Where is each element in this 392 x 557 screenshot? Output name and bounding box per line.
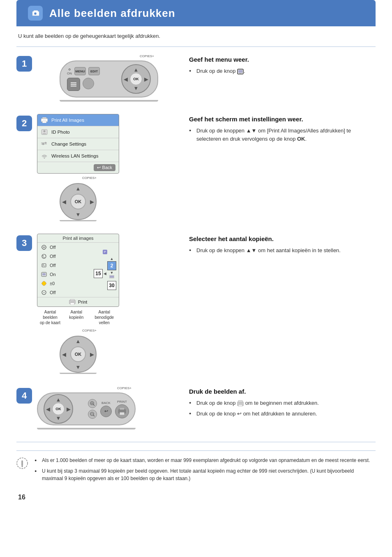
svg-line-44 bbox=[93, 404, 95, 406]
num-left: 15 bbox=[94, 269, 103, 278]
step-4-left: 4 COPIES+ ▲ ▼ ◀ ▶ OK bbox=[16, 386, 181, 429]
circle-btn[interactable] bbox=[83, 78, 94, 89]
ok-right-2[interactable]: ▶ bbox=[90, 199, 94, 205]
setting-icon-4 bbox=[41, 271, 47, 278]
print-screen-content: Off Off bbox=[37, 243, 119, 297]
step1-left-buttons: ⭘ ON MENU EDIT bbox=[67, 67, 100, 91]
num-separator: ◀ bbox=[104, 272, 106, 276]
ok-button[interactable]: OK bbox=[130, 73, 142, 85]
ok-left-4[interactable]: ◀ bbox=[46, 406, 50, 412]
ok-up-4[interactable]: ▲ bbox=[56, 397, 61, 403]
wireless-icon bbox=[41, 152, 48, 160]
menu-label-btn[interactable]: MENU bbox=[74, 67, 86, 75]
ok-up-3[interactable]: ▲ bbox=[76, 338, 81, 344]
ok-btn-4[interactable]: OK bbox=[52, 403, 65, 415]
menu-item-back[interactable]: ↩ Back bbox=[37, 162, 119, 173]
ok-down-arrow[interactable]: ▼ bbox=[134, 85, 139, 91]
svg-point-12 bbox=[44, 130, 46, 132]
num-right: 2 bbox=[107, 261, 116, 270]
ok-right-arrow[interactable]: ▶ bbox=[144, 76, 148, 82]
ok-btn-3[interactable]: OK bbox=[70, 346, 86, 362]
setting-icon-2 bbox=[41, 253, 47, 260]
step-4-instruction-1: Druk op de knop om te beginnen met afdru… bbox=[189, 399, 376, 407]
copies-plus-label-3: COPIES+ bbox=[60, 329, 97, 332]
ok-left-3[interactable]: ◀ bbox=[62, 351, 66, 357]
svg-rect-6 bbox=[238, 70, 242, 73]
back-btn-step4[interactable]: ↩ bbox=[100, 406, 112, 417]
menu-item-wireless[interactable]: Wireless LAN Settings bbox=[37, 150, 119, 162]
svg-point-30 bbox=[42, 281, 46, 285]
step-2-instructions: Druk op de knoppen ▲▼ om [Print All Imag… bbox=[189, 127, 376, 143]
ok-left-2[interactable]: ◀ bbox=[62, 199, 66, 205]
ok-right-4[interactable]: ▶ bbox=[67, 406, 71, 412]
ok-down-4[interactable]: ▼ bbox=[56, 415, 61, 421]
menu-icon-btn[interactable] bbox=[67, 78, 80, 91]
zoom-out-btn[interactable] bbox=[88, 410, 97, 419]
setting-row-2: Off bbox=[37, 252, 91, 261]
svg-rect-2 bbox=[71, 82, 76, 84]
zoom-in-btn[interactable] bbox=[88, 399, 97, 408]
step-4-number: 4 bbox=[16, 388, 32, 404]
step3-ok-controller: ▲ ▼ ◀ ▶ OK bbox=[60, 336, 97, 373]
print-screen-title: Print all images bbox=[37, 234, 119, 243]
step-4-heading: Druk de beelden af. bbox=[189, 388, 376, 395]
setting-row-6: Off bbox=[37, 288, 91, 297]
edit-label-btn[interactable]: EDIT bbox=[88, 67, 100, 75]
num-left-col: 15 bbox=[94, 269, 103, 278]
step1-controller-body: ⭘ ON MENU EDIT bbox=[60, 60, 158, 97]
setting-row-3: Off bbox=[37, 261, 91, 270]
page-container: Alle beelden afdrukken U kunt alle beeld… bbox=[0, 0, 392, 509]
print-all-screen: Print all images bbox=[37, 234, 119, 307]
setting-icon-1 bbox=[41, 244, 47, 251]
note-2: U kunt bij stap 3 maximaal 99 kopieën pe… bbox=[35, 467, 376, 482]
step-1-visual: COPIES+ ⭘ ON MENU EDIT bbox=[37, 54, 181, 102]
num-right-col: ▲ 2 ▼ 30 bbox=[107, 257, 116, 290]
step-3-visual: Print all images bbox=[37, 234, 119, 374]
menu-item-change-settings[interactable]: Change Settings bbox=[37, 138, 119, 150]
ok-btn-2[interactable]: OK bbox=[70, 194, 86, 209]
header-icon bbox=[28, 6, 43, 21]
ok-outer-ring: ▲ ▼ ◀ ▶ OK bbox=[121, 64, 151, 94]
step4-controller-body: ▲ ▼ ◀ ▶ OK bbox=[37, 392, 136, 425]
ok-down-2[interactable]: ▼ bbox=[76, 211, 81, 218]
ctrl-bottom-bar bbox=[60, 100, 158, 102]
step-3-row: 3 Print all images bbox=[16, 234, 376, 374]
ok-left-arrow[interactable]: ◀ bbox=[124, 76, 128, 82]
step4-ok-controller: ▲ ▼ ◀ ▶ OK bbox=[44, 394, 73, 424]
ok-up-arrow[interactable]: ▲ bbox=[134, 67, 139, 73]
step-4-instructions: Druk op de knop om te beginnen met afdru… bbox=[189, 399, 376, 418]
notes-divider bbox=[16, 442, 376, 442]
step-2-right: Geef het scherm met instellingen weer. D… bbox=[189, 114, 376, 145]
label-aantal-beelden: Aantal beelden op de kaart bbox=[37, 309, 63, 325]
setting-val-1: Off bbox=[50, 245, 55, 250]
up-arrow-num: ▲ bbox=[110, 257, 114, 261]
print-footer: Print bbox=[37, 297, 119, 306]
svg-rect-10 bbox=[42, 121, 46, 123]
step-2-instruction-1: Druk op de knoppen ▲▼ om [Print All Imag… bbox=[189, 127, 376, 143]
label-aantal-kopie: Aantal kopieën bbox=[63, 309, 89, 325]
svg-rect-7 bbox=[239, 73, 242, 74]
svg-point-19 bbox=[43, 246, 45, 248]
step-3-left: 3 Print all images bbox=[16, 234, 181, 374]
ok-right-3[interactable]: ▶ bbox=[90, 351, 94, 357]
down-arrow-num: ▼ bbox=[110, 271, 114, 275]
page-header: Alle beelden afdrukken bbox=[16, 0, 376, 26]
menu-item-id-photo[interactable]: ID Photo bbox=[37, 126, 119, 138]
svg-line-47 bbox=[93, 415, 95, 416]
print-btn-step4[interactable] bbox=[115, 404, 129, 418]
svg-rect-3 bbox=[71, 84, 76, 85]
svg-rect-50 bbox=[120, 412, 125, 415]
ok-up-2[interactable]: ▲ bbox=[76, 186, 81, 192]
notes-content: Als er 1.000 beelden of meer op de kaart… bbox=[35, 457, 376, 485]
page-number: 16 bbox=[16, 494, 376, 501]
step3-labels: Aantal beelden op de kaart Aantal kopieë… bbox=[37, 309, 119, 325]
ok-down-3[interactable]: ▼ bbox=[76, 364, 81, 370]
num-bottom: 30 bbox=[107, 281, 116, 290]
svg-rect-39 bbox=[70, 299, 74, 301]
step-2-number: 2 bbox=[16, 116, 32, 131]
number-display: 15 ◀ ▲ 2 ▼ bbox=[94, 257, 116, 290]
svg-point-25 bbox=[43, 255, 44, 257]
menu-item-print-all[interactable]: Print All Images bbox=[37, 114, 119, 126]
back-button-label[interactable]: ↩ Back bbox=[94, 164, 115, 171]
step-4-instruction-2: Druk op de knop ↩ om het afdrukken te an… bbox=[189, 410, 376, 418]
